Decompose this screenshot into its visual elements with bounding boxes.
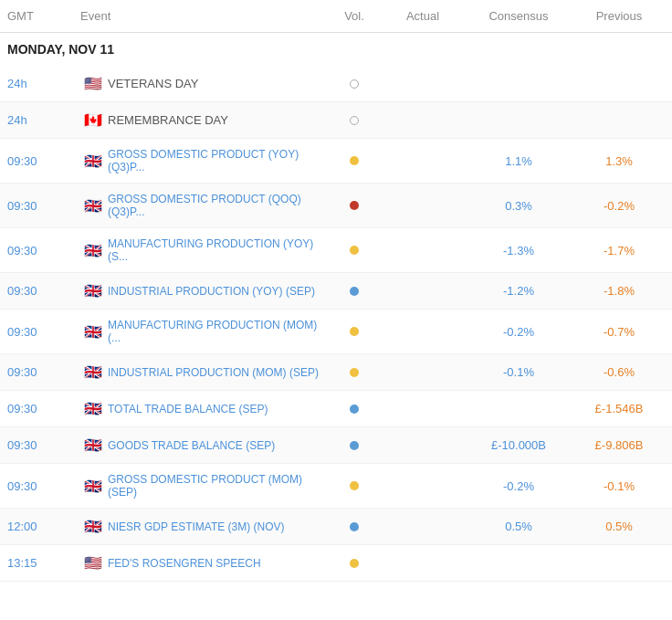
volatility-dot	[350, 368, 359, 377]
table-row: 09:30🇬🇧GROSS DOMESTIC PRODUCT (QOQ) (Q3)…	[0, 184, 672, 228]
flag-icon: 🇺🇸	[84, 75, 102, 92]
gmt-cell: 09:30	[7, 438, 80, 452]
consensus-cell: 0.5%	[464, 520, 573, 533]
table-row: 09:30🇬🇧GOODS TRADE BALANCE (SEP)£-10.000…	[0, 427, 672, 464]
event-name-text[interactable]: INDUSTRIAL PRODUCTION (MOM) (SEP)	[108, 366, 319, 379]
event-name-text[interactable]: FED'S ROSENGREN SPEECH	[108, 557, 261, 570]
vol-cell	[327, 201, 382, 210]
vol-cell	[327, 481, 382, 490]
col-actual: Actual	[382, 9, 464, 23]
previous-cell: -0.7%	[573, 325, 665, 339]
previous-cell: -0.6%	[573, 365, 665, 379]
flag-icon: 🇨🇦	[84, 111, 102, 129]
flag-icon: 🇬🇧	[84, 363, 102, 381]
event-name-text[interactable]: TOTAL TRADE BALANCE (SEP)	[108, 403, 268, 415]
event-cell[interactable]: 🇬🇧INDUSTRIAL PRODUCTION (YOY) (SEP)	[80, 282, 327, 299]
consensus-cell: -1.2%	[464, 284, 573, 298]
event-cell[interactable]: 🇬🇧GROSS DOMESTIC PRODUCT (QOQ) (Q3)P...	[80, 193, 327, 218]
volatility-dot	[350, 522, 359, 531]
event-name-text[interactable]: GROSS DOMESTIC PRODUCT (QOQ) (Q3)P...	[108, 193, 327, 218]
previous-cell: 0.5%	[573, 520, 665, 533]
flag-icon: 🇬🇧	[84, 197, 102, 215]
gmt-cell: 12:00	[7, 520, 80, 533]
previous-cell: £-9.806B	[573, 438, 665, 452]
event-name-text[interactable]: MANUFACTURING PRODUCTION (MOM) (...	[108, 319, 327, 344]
event-cell[interactable]: 🇬🇧MANUFACTURING PRODUCTION (YOY) (S...	[80, 237, 327, 263]
vol-cell	[327, 287, 382, 296]
event-name-text: REMEMBRANCE DAY	[108, 113, 228, 127]
event-name-text[interactable]: NIESR GDP ESTIMATE (3M) (NOV)	[108, 520, 285, 533]
event-name-text: VETERANS DAY	[108, 77, 198, 90]
event-cell[interactable]: 🇬🇧GOODS TRADE BALANCE (SEP)	[80, 436, 327, 454]
vol-cell	[327, 368, 382, 377]
event-cell[interactable]: 🇬🇧TOTAL TRADE BALANCE (SEP)	[80, 400, 327, 417]
gmt-cell: 13:15	[7, 556, 80, 570]
event-name-text[interactable]: GOODS TRADE BALANCE (SEP)	[108, 439, 275, 452]
vol-cell	[327, 156, 382, 165]
previous-cell: -0.1%	[573, 479, 665, 493]
flag-icon: 🇺🇸	[84, 554, 102, 572]
event-name-text[interactable]: GROSS DOMESTIC PRODUCT (MOM) (SEP)	[108, 473, 327, 499]
event-cell[interactable]: 🇬🇧GROSS DOMESTIC PRODUCT (MOM) (SEP)	[80, 473, 327, 499]
vol-cell	[327, 79, 382, 89]
event-cell[interactable]: 🇬🇧MANUFACTURING PRODUCTION (MOM) (...	[80, 319, 327, 344]
volatility-dot	[350, 156, 359, 165]
table-row: 13:15🇺🇸FED'S ROSENGREN SPEECH	[0, 545, 672, 582]
previous-cell: -1.7%	[573, 244, 665, 257]
gmt-cell: 24h	[7, 77, 80, 90]
consensus-cell: -0.2%	[464, 325, 573, 339]
consensus-cell: -0.2%	[464, 479, 573, 493]
flag-icon: 🇬🇧	[84, 152, 102, 170]
vol-cell	[327, 327, 382, 336]
table-row: 12:00🇬🇧NIESR GDP ESTIMATE (3M) (NOV)0.5%…	[0, 509, 672, 545]
table-row: 24h🇺🇸VETERANS DAY	[0, 66, 672, 102]
flag-icon: 🇬🇧	[84, 282, 102, 299]
gmt-cell: 09:30	[7, 284, 80, 298]
volatility-dot	[350, 246, 359, 255]
consensus-cell: 1.1%	[464, 154, 573, 168]
gmt-cell: 09:30	[7, 479, 80, 493]
gmt-cell: 09:30	[7, 199, 80, 213]
event-cell[interactable]: 🇺🇸FED'S ROSENGREN SPEECH	[80, 554, 327, 572]
gmt-cell: 09:30	[7, 402, 80, 415]
vol-cell	[327, 441, 382, 450]
event-cell[interactable]: 🇬🇧INDUSTRIAL PRODUCTION (MOM) (SEP)	[80, 363, 327, 381]
previous-cell: -1.8%	[573, 284, 665, 298]
previous-cell: -0.2%	[573, 199, 665, 213]
event-cell[interactable]: 🇬🇧NIESR GDP ESTIMATE (3M) (NOV)	[80, 518, 327, 535]
event-name-text[interactable]: MANUFACTURING PRODUCTION (YOY) (S...	[108, 237, 327, 263]
col-previous: Previous	[573, 9, 665, 23]
gmt-cell: 09:30	[7, 244, 80, 257]
table-row: 24h🇨🇦REMEMBRANCE DAY	[0, 102, 672, 139]
volatility-dot	[350, 79, 359, 89]
event-cell: 🇨🇦REMEMBRANCE DAY	[80, 111, 327, 129]
col-consensus: Consensus	[464, 9, 573, 23]
consensus-cell: £-10.000B	[464, 438, 573, 452]
gmt-cell: 09:30	[7, 325, 80, 339]
flag-icon: 🇬🇧	[84, 478, 102, 495]
volatility-dot	[350, 116, 359, 125]
previous-cell: £-1.546B	[573, 402, 665, 415]
gmt-cell: 09:30	[7, 154, 80, 168]
vol-cell	[327, 405, 382, 414]
event-name-text[interactable]: INDUSTRIAL PRODUCTION (YOY) (SEP)	[108, 285, 315, 298]
section-header: MONDAY, NOV 11	[0, 33, 672, 66]
consensus-cell: -0.1%	[464, 365, 573, 379]
flag-icon: 🇬🇧	[84, 400, 102, 417]
gmt-cell: 09:30	[7, 365, 80, 379]
consensus-cell: 0.3%	[464, 199, 573, 213]
vol-cell	[327, 246, 382, 255]
volatility-dot	[350, 559, 359, 568]
event-name-text[interactable]: GROSS DOMESTIC PRODUCT (YOY) (Q3)P...	[108, 148, 327, 173]
col-event: Event	[80, 9, 327, 23]
event-cell[interactable]: 🇬🇧GROSS DOMESTIC PRODUCT (YOY) (Q3)P...	[80, 148, 327, 173]
consensus-cell: -1.3%	[464, 244, 573, 257]
economic-calendar: GMT Event Vol. Actual Consensus Previous…	[0, 0, 672, 582]
table-row: 09:30🇬🇧MANUFACTURING PRODUCTION (MOM) (.…	[0, 310, 672, 354]
table-header: GMT Event Vol. Actual Consensus Previous	[0, 0, 672, 33]
volatility-dot	[350, 405, 359, 414]
volatility-dot	[350, 327, 359, 336]
flag-icon: 🇬🇧	[84, 436, 102, 454]
table-row: 09:30🇬🇧INDUSTRIAL PRODUCTION (YOY) (SEP)…	[0, 273, 672, 310]
flag-icon: 🇬🇧	[84, 242, 102, 259]
